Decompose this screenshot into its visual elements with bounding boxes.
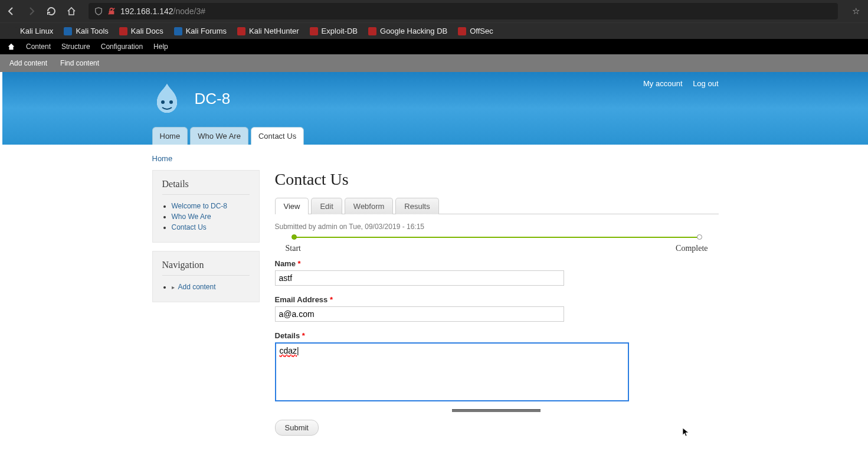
admin-sub-find-content[interactable]: Find content [60, 59, 99, 67]
sidebar-link[interactable]: Welcome to DC-8 [172, 202, 227, 210]
details-textarea[interactable]: cdaz| [275, 342, 629, 401]
browser-forward-button[interactable] [25, 5, 38, 18]
bookmark-favicon-icon [119, 27, 127, 35]
logout-link[interactable]: Log out [693, 79, 718, 88]
bookmark-label: Kali Linux [20, 27, 53, 35]
page-title: Contact Us [275, 170, 719, 189]
list-item: Add content [172, 283, 250, 291]
label-email: Email Address * [275, 295, 719, 304]
bookmark-label: Kali NetHunter [249, 27, 299, 35]
svg-point-3 [169, 100, 173, 104]
url-text: 192.168.1.142/node/3# [120, 6, 205, 16]
main-content: Contact Us ViewEditWebformResults Submit… [275, 170, 719, 445]
browser-back-button[interactable] [5, 5, 18, 18]
bookmark-label: Kali Tools [76, 27, 108, 35]
bookmark-item[interactable]: Kali NetHunter [237, 27, 299, 35]
bookmark-favicon-icon [237, 27, 245, 35]
admin-link-help[interactable]: Help [153, 43, 168, 51]
local-tab[interactable]: Edit [311, 198, 342, 214]
admin-sub-add-content[interactable]: Add content [9, 59, 47, 67]
bookmark-favicon-icon [174, 27, 182, 35]
drupal-admin-subtoolbar: Add content Find content [0, 54, 868, 72]
drupal-admin-toolbar: Content Structure Configuration Help [0, 39, 868, 54]
label-name: Name * [275, 259, 719, 268]
bookmark-label: Kali Forums [186, 27, 227, 35]
site-name[interactable]: DC-8 [195, 90, 231, 108]
bookmark-label: OffSec [470, 27, 493, 35]
progress-label-end: Complete [676, 244, 707, 253]
submitted-meta: Submitted by admin on Tue, 09/03/2019 - … [275, 223, 719, 231]
progress-dot-start [291, 234, 297, 240]
local-tab[interactable]: Webform [345, 198, 394, 214]
browser-home-button[interactable] [65, 5, 78, 18]
bookmark-favicon-icon [64, 27, 72, 35]
breadcrumb: Home [152, 152, 719, 170]
my-account-link[interactable]: My account [643, 79, 682, 88]
primary-tab[interactable]: Contact Us [251, 127, 304, 145]
browser-reload-button[interactable] [45, 5, 58, 18]
progress-label-start: Start [286, 244, 301, 253]
bookmark-item[interactable]: Kali Docs [119, 27, 163, 35]
admin-link-structure[interactable]: Structure [61, 43, 90, 51]
sidebar: Details Welcome to DC-8Who We AreContact… [152, 170, 260, 311]
bookmark-label: Google Hacking DB [380, 27, 447, 35]
bookmark-star-icon[interactable]: ☆ [852, 6, 860, 17]
lock-insecure-icon [107, 7, 116, 15]
mouse-cursor-icon [275, 436, 719, 445]
bookmark-label: Kali Docs [131, 27, 163, 35]
sidebar-link[interactable]: Who We Are [172, 213, 211, 221]
svg-point-2 [161, 100, 165, 104]
name-field[interactable] [275, 270, 564, 286]
bookmark-bar: Kali LinuxKali ToolsKali DocsKali Forums… [0, 22, 868, 39]
admin-link-configuration[interactable]: Configuration [101, 43, 143, 51]
label-details: Details * [275, 331, 719, 340]
user-links: My account Log out [635, 79, 718, 88]
browser-toolbar: 192.168.1.142/node/3# ☆ [0, 0, 868, 22]
bookmark-item[interactable]: Exploit-DB [310, 27, 358, 35]
admin-link-content[interactable]: Content [26, 43, 51, 51]
list-item: Contact Us [172, 223, 250, 231]
sidebar-link[interactable]: Contact Us [172, 223, 207, 231]
block-details: Details Welcome to DC-8Who We AreContact… [152, 170, 260, 243]
site-header: My account Log out DC-8 HomeWho We AreCo… [2, 72, 868, 145]
bookmark-favicon-icon [458, 27, 466, 35]
email-field[interactable] [275, 306, 564, 322]
bookmark-favicon-icon [8, 27, 17, 35]
webform-progress [275, 234, 719, 240]
local-tab[interactable]: View [275, 198, 309, 214]
bookmark-favicon-icon [310, 27, 318, 35]
block-details-title: Details [162, 179, 250, 189]
sidebar-link[interactable]: Add content [178, 283, 216, 291]
breadcrumb-home[interactable]: Home [152, 154, 173, 163]
primary-tab[interactable]: Who We Are [190, 127, 248, 145]
bookmark-favicon-icon [368, 27, 376, 35]
block-navigation: Navigation Add content [152, 251, 260, 302]
url-bar[interactable]: 192.168.1.142/node/3# [89, 3, 838, 19]
local-tabs: ViewEditWebformResults [275, 197, 719, 214]
bookmark-item[interactable]: OffSec [458, 27, 493, 35]
bookmark-item[interactable]: Kali Linux [8, 27, 53, 35]
shield-icon [94, 7, 103, 15]
local-tab[interactable]: Results [395, 198, 438, 214]
primary-nav-tabs: HomeWho We AreContact Us [152, 127, 304, 145]
drupal-logo-icon[interactable] [152, 83, 182, 115]
block-navigation-title: Navigation [162, 260, 250, 270]
bookmark-item[interactable]: Google Hacking DB [368, 27, 447, 35]
bookmark-label: Exploit-DB [322, 27, 358, 35]
admin-home-icon[interactable] [7, 43, 15, 51]
bookmark-item[interactable]: Kali Tools [64, 27, 108, 35]
list-item: Who We Are [172, 213, 250, 221]
textarea-grip[interactable] [452, 409, 541, 412]
list-item: Welcome to DC-8 [172, 202, 250, 210]
primary-tab[interactable]: Home [152, 127, 188, 145]
submit-button[interactable]: Submit [275, 420, 319, 436]
progress-dot-end [697, 234, 702, 240]
bookmark-item[interactable]: Kali Forums [174, 27, 227, 35]
